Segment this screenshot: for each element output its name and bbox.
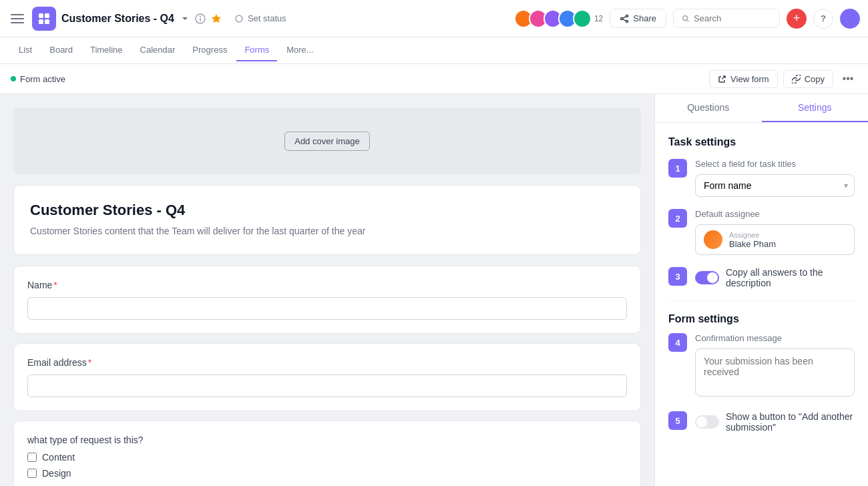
checkbox-item-design[interactable]: Design — [27, 468, 627, 479]
copy-answers-row: Copy all answers to the description — [695, 267, 855, 288]
svg-line-15 — [687, 20, 688, 21]
step-3-badge: 3 — [668, 267, 687, 286]
tab-progress[interactable]: Progress — [184, 39, 235, 61]
link-icon — [792, 75, 801, 83]
step-5-content: Show a button to "Add another submission… — [695, 411, 855, 433]
external-link-icon — [718, 75, 726, 83]
svg-line-13 — [623, 16, 626, 18]
tab-timeline[interactable]: Timeline — [82, 39, 131, 61]
info-icon[interactable] — [194, 13, 206, 25]
main-layout: Add cover image Customer Stories - Q4 Cu… — [0, 94, 868, 486]
step-4-content: Confirmation message — [695, 333, 855, 399]
search-input[interactable] — [694, 13, 771, 23]
more-options-button[interactable]: ••• — [839, 69, 857, 88]
svg-rect-0 — [39, 13, 43, 18]
step-4-badge: 4 — [668, 333, 687, 352]
avatars-group: 12 — [514, 9, 603, 28]
assignee-name: Blake Pham — [729, 239, 776, 249]
assignee-role-label: Assignee — [729, 231, 776, 239]
topbar-right: 12 Share + ? — [514, 9, 860, 29]
assignee-info: Assignee Blake Pham — [729, 231, 776, 249]
request-type-label: what type of request is this? — [27, 435, 627, 445]
share-button[interactable]: Share — [610, 9, 666, 28]
tab-list[interactable]: List — [11, 39, 40, 61]
settings-tabs: Questions Settings — [655, 94, 868, 123]
step-5-row: 5 Show a button to "Add another submissi… — [668, 411, 855, 433]
request-type-field-card: what type of request is this? Content De… — [13, 421, 641, 486]
avatar — [573, 9, 592, 28]
tab-calendar[interactable]: Calendar — [132, 39, 184, 61]
design-checkbox[interactable] — [27, 469, 37, 478]
add-cover-image-button[interactable]: Add cover image — [284, 132, 370, 151]
step-3-content: Copy all answers to the description — [695, 267, 855, 288]
tab-more[interactable]: More... — [278, 39, 321, 61]
assignee-avatar — [704, 230, 722, 249]
avatar-count: 12 — [594, 14, 603, 23]
menu-icon[interactable] — [8, 9, 27, 28]
divider — [668, 300, 855, 301]
email-field-card: Email address* — [13, 343, 641, 411]
share-icon — [620, 14, 629, 23]
topbar: Customer Stories - Q4 Set status 12 Shar… — [0, 0, 868, 37]
svg-point-14 — [683, 15, 688, 20]
logo-icon — [37, 12, 51, 25]
user-avatar[interactable] — [840, 9, 860, 29]
toggle-knob-off — [696, 417, 707, 427]
svg-point-8 — [236, 15, 242, 22]
task-settings-title: Task settings — [668, 136, 855, 148]
assignee-selector[interactable]: Assignee Blake Pham — [695, 224, 855, 255]
svg-rect-2 — [39, 19, 43, 24]
field-for-title-label: Select a field for task titles — [695, 159, 855, 169]
title-actions — [180, 13, 222, 25]
required-indicator: * — [53, 280, 57, 290]
svg-marker-7 — [212, 14, 221, 23]
copy-answers-label: Copy all answers to the description — [726, 267, 855, 288]
content-checkbox[interactable] — [27, 453, 37, 462]
tab-settings[interactable]: Settings — [762, 94, 869, 122]
status-bar: Form active View form Copy ••• — [0, 64, 868, 94]
add-button[interactable]: + — [787, 9, 807, 29]
nav-tabs: List Board Timeline Calendar Progress Fo… — [0, 37, 868, 64]
project-title: Customer Stories - Q4 — [61, 13, 174, 25]
name-field-label: Name* — [27, 280, 627, 290]
field-select[interactable]: Form name Name Email address — [695, 174, 855, 197]
set-status-button[interactable]: Set status — [228, 11, 293, 26]
svg-point-6 — [200, 16, 200, 17]
form-settings-title: Form settings — [668, 313, 855, 325]
confirmation-label: Confirmation message — [695, 333, 855, 343]
view-form-button[interactable]: View form — [709, 70, 778, 88]
search-box — [673, 9, 780, 28]
step-4-row: 4 Confirmation message — [668, 333, 855, 399]
tab-board[interactable]: Board — [41, 39, 81, 61]
circle-icon — [234, 14, 244, 23]
add-another-toggle[interactable] — [695, 415, 719, 429]
step-5-badge: 5 — [668, 411, 687, 430]
cover-image-area: Add cover image — [13, 107, 641, 174]
email-input[interactable] — [27, 375, 627, 397]
status-actions: View form Copy ••• — [709, 69, 857, 88]
copy-answers-toggle[interactable] — [695, 271, 719, 284]
settings-content: Task settings 1 Select a field for task … — [655, 123, 868, 458]
email-field-label: Email address* — [27, 357, 627, 368]
svg-point-11 — [626, 20, 628, 22]
add-another-row: Show a button to "Add another submission… — [695, 411, 855, 433]
svg-rect-3 — [45, 19, 49, 24]
tab-forms[interactable]: Forms — [236, 39, 277, 61]
confirmation-textarea[interactable] — [695, 348, 855, 397]
svg-point-10 — [621, 17, 623, 19]
step-2-badge: 2 — [668, 209, 687, 228]
help-button[interactable]: ? — [813, 9, 833, 29]
chevron-down-icon[interactable] — [180, 13, 190, 24]
svg-line-12 — [623, 19, 626, 21]
tab-questions[interactable]: Questions — [655, 94, 762, 122]
app-logo — [32, 7, 56, 31]
form-area: Add cover image Customer Stories - Q4 Cu… — [0, 94, 654, 486]
svg-point-9 — [626, 15, 628, 17]
name-input[interactable] — [27, 297, 627, 320]
checkbox-item-content[interactable]: Content — [27, 452, 627, 463]
copy-link-button[interactable]: Copy — [783, 70, 833, 88]
toggle-knob — [707, 272, 718, 283]
star-icon[interactable] — [210, 13, 222, 25]
search-icon — [682, 14, 690, 23]
default-assignee-label: Default assignee — [695, 209, 855, 219]
